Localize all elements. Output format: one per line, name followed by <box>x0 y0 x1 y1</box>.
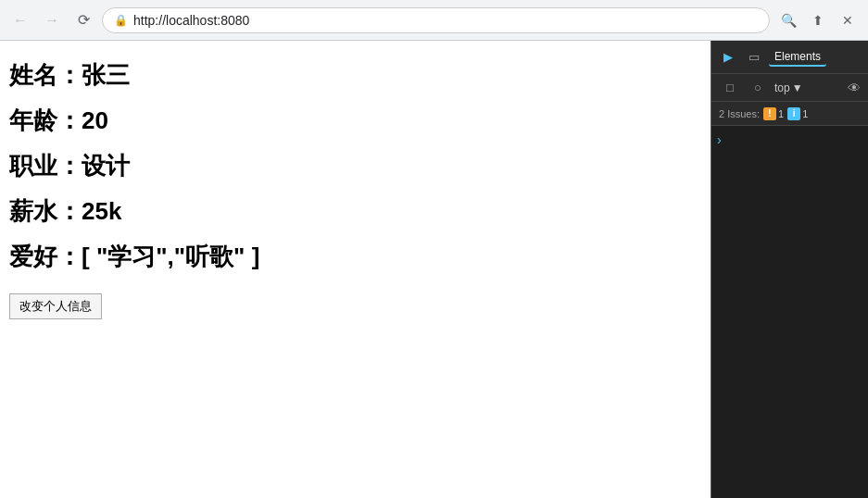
devtools-tabs: Elements <box>769 48 862 67</box>
zoom-button[interactable]: 🔍 <box>775 7 801 33</box>
reload-button[interactable]: ⟳ <box>70 7 96 33</box>
name-field: 姓名：张三 <box>9 59 701 92</box>
issues-bar: 2 Issues: ! 1 i 1 <box>711 102 868 126</box>
devtools-expand-arrow[interactable]: › <box>717 132 722 147</box>
main-area: 姓名：张三 年龄：20 职业：设计 薪水：25k 爱好：[ "学习","听歌" … <box>0 41 868 498</box>
toolbar-right: 🔍 ⬆ ✕ <box>775 7 861 33</box>
block-icon-button[interactable]: □ <box>719 77 741 99</box>
devtools-panel: ▶ ▭ Elements □ ○ top ▼ 👁 2 Issues: ! 1 i <box>711 41 868 498</box>
info-badge: i 1 <box>787 107 808 120</box>
top-text: top <box>774 81 790 94</box>
warn-icon: ! <box>763 107 776 120</box>
top-context-label: top ▼ <box>774 81 803 94</box>
url-input[interactable] <box>133 13 758 28</box>
hobby-field: 爱好：[ "学习","听歌" ] <box>9 241 701 273</box>
device-toggle-button[interactable]: ▭ <box>743 46 765 68</box>
info-icon: i <box>787 107 800 120</box>
info-count: 1 <box>802 108 808 119</box>
visibility-icon: 👁 <box>848 81 861 95</box>
browser-chrome: ← → ⟳ 🔒 🔍 ⬆ ✕ <box>0 0 868 41</box>
warn-badge: ! 1 <box>763 107 784 120</box>
job-field: 职业：设计 <box>9 150 701 182</box>
lock-icon: 🔒 <box>114 14 128 27</box>
salary-field: 薪水：25k <box>9 195 701 228</box>
address-bar: 🔒 <box>102 7 770 33</box>
stop-icon-button[interactable]: ○ <box>747 77 769 99</box>
forward-button[interactable]: → <box>39 7 65 33</box>
change-info-button[interactable]: 改变个人信息 <box>9 293 102 319</box>
warn-count: 1 <box>778 108 784 119</box>
issues-text: 2 Issues: <box>719 108 760 119</box>
devtools-topbar2: □ ○ top ▼ 👁 <box>711 74 868 102</box>
share-button[interactable]: ⬆ <box>805 7 831 33</box>
back-button[interactable]: ← <box>7 7 33 33</box>
top-arrow-icon: ▼ <box>792 81 803 94</box>
devtools-topbar: ▶ ▭ Elements <box>711 41 868 74</box>
tab-elements[interactable]: Elements <box>769 48 826 67</box>
close-button[interactable]: ✕ <box>835 7 861 33</box>
page-content: 姓名：张三 年龄：20 职业：设计 薪水：25k 爱好：[ "学习","听歌" … <box>0 41 711 498</box>
inspect-element-button[interactable]: ▶ <box>717 46 739 68</box>
devtools-body: › <box>711 126 868 498</box>
age-field: 年龄：20 <box>9 105 701 137</box>
